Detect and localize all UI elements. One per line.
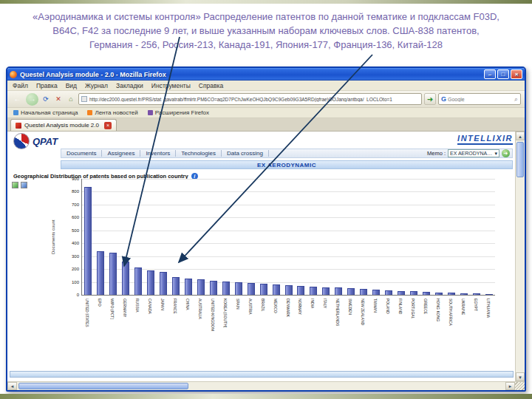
window-controls: – □ × <box>484 69 522 79</box>
app-nav-item[interactable]: Technologies <box>176 150 222 157</box>
x-tick-label: TAIWAN <box>373 299 378 313</box>
scroll-up-icon[interactable]: ▲ <box>516 132 525 140</box>
bar-taiwan <box>372 290 380 295</box>
menu-item[interactable]: Журнал <box>85 82 108 89</box>
bar-poland <box>385 290 392 295</box>
qpat-logo-text: QPAT <box>33 136 58 147</box>
app-nav-item[interactable]: Assignees <box>102 150 140 157</box>
x-tick-label: BRAZIL <box>261 299 265 312</box>
scroll-track[interactable] <box>190 382 505 390</box>
app-nav-item[interactable]: Documents <box>61 150 102 157</box>
resize-grip[interactable] <box>515 382 525 390</box>
browser-window: Questel Analysis module - 2.0 - Mozilla … <box>6 66 526 392</box>
search-input[interactable] <box>448 97 513 102</box>
gridline <box>82 231 495 231</box>
forward-icon[interactable]: → <box>26 93 38 106</box>
magnifier-icon[interactable]: ⌕ <box>514 95 518 103</box>
x-tick-label: UNITED KINGDOM <box>211 299 215 331</box>
bar-lithuania <box>485 294 493 295</box>
bar-egypt <box>473 293 480 295</box>
menu-item[interactable]: Файл <box>13 82 28 89</box>
bar-russia <box>134 267 142 295</box>
back-icon[interactable]: ← <box>11 93 24 106</box>
scroll-right-icon[interactable]: ► <box>505 382 515 390</box>
stop-icon[interactable]: ✕ <box>53 94 64 105</box>
menu-bar: ФайлПравкаВидЖурналЗакладкиИнструментыСп… <box>7 81 525 91</box>
bar-portugal <box>410 291 417 295</box>
chart-xlabels: UNITED STATESEPOWIPO (PCT)GERMANYRUSSIAC… <box>81 297 495 350</box>
intellixir-brand: INTELLIXIR <box>457 134 513 145</box>
maximize-button[interactable]: □ <box>497 69 509 79</box>
x-tick-label: UKRAINE <box>461 299 466 315</box>
x-tick-label: RUSSIA <box>135 299 140 313</box>
memo-go-icon[interactable]: ➜ <box>502 149 510 157</box>
bar-korea-south- <box>222 282 230 295</box>
menu-item[interactable]: Справка <box>199 82 223 89</box>
google-engine-icon[interactable]: G <box>441 95 446 103</box>
x-tick-label: KOREA (SOUTH) <box>223 299 228 327</box>
home-icon[interactable]: ⌂ <box>66 94 76 105</box>
x-tick-label: UNITED STATES <box>85 299 89 327</box>
gridline <box>82 191 495 192</box>
slide-top-band <box>0 0 532 4</box>
bookmark-item[interactable]: Расширения Firefox <box>148 109 209 116</box>
search-bar[interactable]: G ⌕ <box>438 93 521 105</box>
x-tick-label: DENMARK <box>286 299 290 317</box>
minimize-button[interactable]: – <box>484 69 496 79</box>
x-tick-label: INDIA <box>310 299 315 308</box>
y-tick-label: 900 <box>60 177 79 181</box>
bookmark-item[interactable]: Лента новостей <box>87 109 137 116</box>
x-tick-label: LITHUANIA <box>486 299 491 318</box>
qpat-logo[interactable]: QPAT <box>13 133 58 149</box>
export-excel-icon[interactable] <box>12 182 18 188</box>
horizontal-scrollbar[interactable]: ◄ ► <box>7 381 525 390</box>
address-bar[interactable] <box>78 93 422 105</box>
x-tick-label: CHINA <box>185 299 190 310</box>
export-image-icon[interactable] <box>21 182 27 188</box>
bookmark-item[interactable]: Начальная страница <box>13 109 78 116</box>
memo-dropdown[interactable]: EX AERODYNAMIC ▾ <box>448 149 499 157</box>
url-input[interactable] <box>89 97 419 102</box>
app-nav-item[interactable]: Data crossing <box>222 150 269 157</box>
tab-bar: Questel Analysis module 2.0 × <box>7 118 525 132</box>
scroll-down-icon[interactable]: ▼ <box>516 372 525 381</box>
tab-close-icon[interactable]: × <box>104 122 112 129</box>
x-tick-label: JAPAN <box>160 299 165 310</box>
horizontal-scroll-thumb[interactable] <box>18 383 188 389</box>
page-icon <box>81 96 87 102</box>
chart-ylabel: Documents count <box>49 179 57 296</box>
bar-japan <box>160 272 167 295</box>
menu-item[interactable]: Инструменты <box>151 82 191 89</box>
x-tick-label: HONG KONG <box>436 299 440 321</box>
x-tick-label: SWEDEN <box>348 299 352 315</box>
bar-sweden <box>347 288 355 295</box>
x-tick-label: MEXICO <box>273 299 278 313</box>
menu-item[interactable]: Закладки <box>116 82 143 89</box>
reload-icon[interactable]: ⟳ <box>41 94 51 105</box>
bar-china <box>185 279 192 295</box>
bar-canada <box>147 270 154 295</box>
y-tick-label: 200 <box>60 267 79 271</box>
close-button[interactable]: × <box>511 69 522 79</box>
x-tick-label: CANADA <box>148 299 152 314</box>
menu-item[interactable]: Вид <box>66 82 77 89</box>
vertical-scrollbar[interactable]: ▲ ▼ <box>515 132 525 381</box>
vertical-scroll-thumb[interactable] <box>516 142 524 177</box>
bar-australia <box>197 279 205 295</box>
y-tick-label: 500 <box>60 228 79 233</box>
gridline <box>82 205 495 205</box>
window-titlebar[interactable]: Questel Analysis module - 2.0 - Mozilla … <box>7 68 525 81</box>
go-icon[interactable]: ➜ <box>424 93 436 105</box>
x-tick-label: FRANCE <box>173 299 177 314</box>
tab-questel-analysis[interactable]: Questel Analysis module 2.0 × <box>10 119 117 131</box>
x-tick-label: EPO <box>98 299 102 307</box>
app-nav-item[interactable]: Inventors <box>140 150 176 157</box>
x-tick-label: GREECE <box>423 299 428 314</box>
scroll-left-icon[interactable]: ◄ <box>7 382 17 390</box>
menu-item[interactable]: Правка <box>36 82 58 89</box>
slide-canvas: «Аэродинамика и системы контроля» Распре… <box>0 0 532 399</box>
bar-india <box>310 287 317 296</box>
memo-banner: EX AERODYNAMIC <box>61 160 513 169</box>
memo-label: Memo : <box>427 150 446 157</box>
y-tick-label: 300 <box>60 254 79 259</box>
